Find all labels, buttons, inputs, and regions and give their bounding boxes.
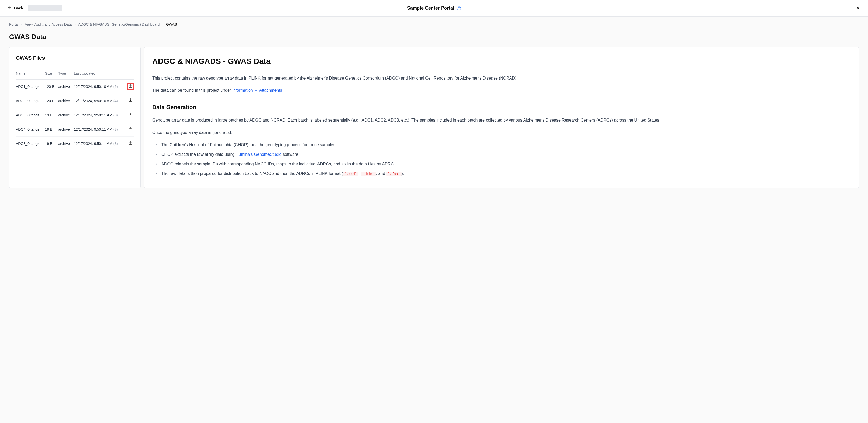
text-span: , bbox=[359, 171, 361, 176]
chevron-right-icon: › bbox=[21, 22, 23, 27]
download-icon bbox=[128, 141, 132, 146]
file-updated: 12/17/2024, 9:50:11 AM (3) bbox=[74, 122, 126, 137]
info-paragraph: This project contains the raw genotype a… bbox=[152, 75, 851, 82]
file-size: 19 B bbox=[45, 108, 58, 122]
chevron-right-icon: › bbox=[162, 22, 163, 27]
file-size: 19 B bbox=[45, 137, 58, 151]
info-attachments-link[interactable]: Information → Attachments bbox=[232, 88, 282, 92]
text-span: software. bbox=[281, 152, 299, 157]
list-item: The raw data is then prepared for distri… bbox=[156, 170, 851, 177]
file-revision: (4) bbox=[114, 99, 118, 103]
list-item: ADGC relabels the sample IDs with corres… bbox=[156, 161, 851, 167]
back-button[interactable]: Back bbox=[8, 5, 23, 11]
table-row: ADC1_0.tar.gz120 Barchive12/17/2024, 9:5… bbox=[16, 80, 134, 94]
col-size: Size bbox=[45, 68, 58, 80]
help-icon[interactable]: ? bbox=[457, 6, 461, 10]
file-type: archive bbox=[58, 80, 74, 94]
col-name: Name bbox=[16, 68, 45, 80]
close-icon bbox=[856, 5, 860, 11]
page-title: GWAS Data bbox=[9, 32, 859, 42]
file-revision: (3) bbox=[114, 113, 118, 117]
file-revision: (3) bbox=[114, 127, 118, 132]
file-type: archive bbox=[58, 137, 74, 151]
genomestudio-link[interactable]: Illumina's GenomeStudio bbox=[236, 152, 281, 157]
file-revision: (3) bbox=[114, 142, 118, 146]
file-revision: (5) bbox=[114, 84, 118, 89]
file-name: ADC3_0.tar.gz bbox=[16, 108, 45, 122]
file-updated: 12/17/2024, 9:50:11 AM (3) bbox=[74, 108, 126, 122]
file-type: archive bbox=[58, 94, 74, 108]
breadcrumb-current: GWAS bbox=[166, 22, 177, 27]
text-span: ). bbox=[402, 171, 404, 176]
download-icon bbox=[128, 84, 132, 89]
download-button[interactable] bbox=[127, 83, 134, 90]
info-paragraph: Genotype array data is produced in large… bbox=[152, 117, 851, 124]
text-span: The data can be found in this project un… bbox=[152, 88, 232, 92]
file-size: 120 B bbox=[45, 94, 58, 108]
code-bed: `.bed` bbox=[343, 172, 359, 176]
table-row: ADC3_0.tar.gz19 Barchive12/17/2024, 9:50… bbox=[16, 108, 134, 122]
files-panel: GWAS Files Name Size Type Last Updated A… bbox=[9, 47, 141, 188]
list-item: The Children's Hospital of Philadelphia … bbox=[156, 141, 851, 148]
file-name: ADC1_0.tar.gz bbox=[16, 80, 45, 94]
file-name: ADC4_0.tar.gz bbox=[16, 122, 45, 137]
file-type: archive bbox=[58, 122, 74, 137]
table-row: ADC2_0.tar.gz120 Barchive12/17/2024, 9:5… bbox=[16, 94, 134, 108]
col-type: Type bbox=[58, 68, 74, 80]
file-updated: 12/17/2024, 9:50:11 AM (3) bbox=[74, 137, 126, 151]
download-button[interactable] bbox=[127, 97, 134, 104]
download-icon bbox=[128, 126, 132, 132]
text-span: CHOP extracts the raw array data using bbox=[161, 152, 236, 157]
code-fam: `.fam` bbox=[386, 172, 402, 176]
table-row: ADC8_0.tar.gz19 Barchive12/17/2024, 9:50… bbox=[16, 137, 134, 151]
logo-placeholder bbox=[29, 5, 62, 11]
files-panel-title: GWAS Files bbox=[16, 54, 134, 62]
page-portal-title: Sample Center Portal bbox=[407, 5, 454, 12]
table-row: ADC4_0.tar.gz19 Barchive12/17/2024, 9:50… bbox=[16, 122, 134, 137]
breadcrumb-link[interactable]: Portal bbox=[9, 22, 19, 27]
code-bim: `.bim` bbox=[361, 172, 376, 176]
file-name: ADC8_0.tar.gz bbox=[16, 137, 45, 151]
breadcrumb-link[interactable]: View, Audit, and Access Data bbox=[25, 22, 72, 27]
file-type: archive bbox=[58, 108, 74, 122]
arrow-left-icon bbox=[8, 5, 12, 11]
list-item: CHOP extracts the raw array data using I… bbox=[156, 151, 851, 158]
info-list: The Children's Hospital of Philadelphia … bbox=[152, 141, 851, 177]
col-last-updated: Last Updated bbox=[74, 68, 126, 80]
text-span: The raw data is then prepared for distri… bbox=[161, 171, 343, 176]
text-span: , and bbox=[376, 171, 386, 176]
text-span: . bbox=[282, 88, 283, 92]
download-button[interactable] bbox=[127, 140, 134, 147]
info-paragraph: Once the genotype array data is generate… bbox=[152, 129, 851, 136]
file-size: 19 B bbox=[45, 122, 58, 137]
file-updated: 12/17/2024, 9:50:10 AM (5) bbox=[74, 80, 126, 94]
breadcrumb-link[interactable]: ADGC & NIAGADS (Genetic/Genomic) Dashboa… bbox=[78, 22, 159, 27]
back-label: Back bbox=[14, 5, 23, 11]
breadcrumb: Portal › View, Audit, and Access Data › … bbox=[9, 22, 859, 27]
file-name: ADC2_0.tar.gz bbox=[16, 94, 45, 108]
download-icon bbox=[128, 98, 132, 104]
download-icon bbox=[128, 112, 132, 118]
close-button[interactable] bbox=[856, 4, 860, 12]
file-updated: 12/17/2024, 9:50:10 AM (4) bbox=[74, 94, 126, 108]
chevron-right-icon: › bbox=[74, 22, 75, 27]
file-size: 120 B bbox=[45, 80, 58, 94]
info-paragraph: The data can be found in this project un… bbox=[152, 87, 851, 94]
info-title: ADGC & NIAGADS - GWAS Data bbox=[152, 55, 851, 67]
section-heading: Data Generation bbox=[152, 103, 851, 111]
info-panel: ADGC & NIAGADS - GWAS Data This project … bbox=[144, 47, 859, 188]
download-button[interactable] bbox=[127, 126, 134, 133]
files-table: Name Size Type Last Updated ADC1_0.tar.g… bbox=[16, 68, 134, 151]
download-button[interactable] bbox=[127, 112, 134, 118]
